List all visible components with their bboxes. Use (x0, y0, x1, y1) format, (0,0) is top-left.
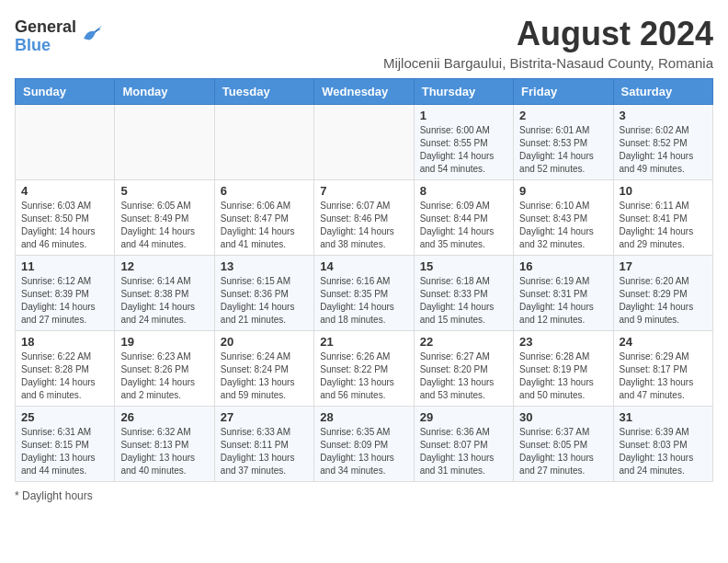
calendar-cell: 31Sunrise: 6:39 AM Sunset: 8:03 PM Dayli… (613, 407, 712, 482)
day-number: 28 (320, 410, 407, 424)
day-info: Sunrise: 6:03 AM Sunset: 8:50 PM Dayligh… (21, 200, 108, 251)
column-header-saturday: Saturday (613, 79, 712, 105)
logo-line1: General (15, 18, 76, 37)
day-info: Sunrise: 6:24 AM Sunset: 8:24 PM Dayligh… (221, 350, 308, 402)
column-header-wednesday: Wednesday (314, 79, 414, 105)
day-info: Sunrise: 6:02 AM Sunset: 8:52 PM Dayligh… (620, 124, 707, 176)
calendar-cell: 27Sunrise: 6:33 AM Sunset: 8:11 PM Dayli… (214, 407, 313, 482)
day-number: 7 (320, 184, 407, 198)
day-number: 17 (620, 259, 707, 273)
calendar-cell: 15Sunrise: 6:18 AM Sunset: 8:33 PM Dayli… (414, 256, 513, 331)
day-info: Sunrise: 6:28 AM Sunset: 8:19 PM Dayligh… (519, 350, 607, 402)
calendar-cell: 17Sunrise: 6:20 AM Sunset: 8:29 PM Dayli… (613, 256, 712, 331)
calendar-cell (314, 105, 414, 180)
calendar-cell: 26Sunrise: 6:32 AM Sunset: 8:13 PM Dayli… (115, 407, 214, 482)
day-number: 15 (420, 259, 507, 273)
day-info: Sunrise: 6:35 AM Sunset: 8:09 PM Dayligh… (320, 426, 407, 477)
day-info: Sunrise: 6:39 AM Sunset: 8:03 PM Dayligh… (620, 426, 707, 477)
calendar-cell: 20Sunrise: 6:24 AM Sunset: 8:24 PM Dayli… (214, 331, 313, 407)
day-info: Sunrise: 6:19 AM Sunset: 8:31 PM Dayligh… (519, 275, 607, 327)
calendar-cell: 5Sunrise: 6:05 AM Sunset: 8:49 PM Daylig… (115, 180, 214, 256)
day-info: Sunrise: 6:15 AM Sunset: 8:36 PM Dayligh… (221, 275, 308, 327)
day-number: 30 (519, 410, 607, 424)
calendar-header-row: SundayMondayTuesdayWednesdayThursdayFrid… (16, 79, 713, 105)
column-header-tuesday: Tuesday (214, 79, 313, 105)
calendar-cell: 23Sunrise: 6:28 AM Sunset: 8:19 PM Dayli… (514, 331, 613, 407)
calendar-table: SundayMondayTuesdayWednesdayThursdayFrid… (15, 78, 713, 482)
calendar-cell: 10Sunrise: 6:11 AM Sunset: 8:41 PM Dayli… (613, 180, 712, 256)
calendar-cell: 9Sunrise: 6:10 AM Sunset: 8:43 PM Daylig… (514, 180, 613, 256)
day-info: Sunrise: 6:01 AM Sunset: 8:53 PM Dayligh… (519, 124, 607, 176)
calendar-cell: 3Sunrise: 6:02 AM Sunset: 8:52 PM Daylig… (613, 105, 712, 180)
calendar-cell: 13Sunrise: 6:15 AM Sunset: 8:36 PM Dayli… (214, 256, 313, 331)
main-title: August 2024 (383, 15, 713, 53)
column-header-sunday: Sunday (16, 79, 115, 105)
day-number: 2 (519, 109, 607, 122)
day-info: Sunrise: 6:00 AM Sunset: 8:55 PM Dayligh… (420, 124, 507, 176)
day-info: Sunrise: 6:36 AM Sunset: 8:07 PM Dayligh… (420, 426, 507, 477)
calendar-cell: 2Sunrise: 6:01 AM Sunset: 8:53 PM Daylig… (514, 105, 613, 180)
day-info: Sunrise: 6:12 AM Sunset: 8:39 PM Dayligh… (21, 275, 108, 327)
calendar-cell: 18Sunrise: 6:22 AM Sunset: 8:28 PM Dayli… (16, 331, 115, 407)
day-info: Sunrise: 6:31 AM Sunset: 8:15 PM Dayligh… (21, 426, 108, 477)
calendar-cell: 24Sunrise: 6:29 AM Sunset: 8:17 PM Dayli… (613, 331, 712, 407)
calendar-cell: 12Sunrise: 6:14 AM Sunset: 8:38 PM Dayli… (115, 256, 214, 331)
day-info: Sunrise: 6:18 AM Sunset: 8:33 PM Dayligh… (420, 275, 507, 327)
day-number: 1 (420, 109, 507, 122)
day-info: Sunrise: 6:20 AM Sunset: 8:29 PM Dayligh… (620, 275, 707, 327)
calendar-week-5: 25Sunrise: 6:31 AM Sunset: 8:15 PM Dayli… (16, 407, 713, 482)
day-info: Sunrise: 6:07 AM Sunset: 8:46 PM Dayligh… (320, 200, 407, 251)
day-number: 31 (620, 410, 707, 424)
calendar-week-1: 1Sunrise: 6:00 AM Sunset: 8:55 PM Daylig… (16, 105, 713, 180)
day-number: 19 (120, 335, 208, 349)
day-number: 24 (620, 335, 707, 349)
day-info: Sunrise: 6:22 AM Sunset: 8:28 PM Dayligh… (21, 350, 108, 402)
footer-note: * Daylight hours (15, 489, 713, 502)
calendar-cell: 22Sunrise: 6:27 AM Sunset: 8:20 PM Dayli… (414, 331, 513, 407)
day-info: Sunrise: 6:33 AM Sunset: 8:11 PM Dayligh… (221, 426, 308, 477)
day-number: 12 (120, 259, 208, 273)
day-number: 22 (420, 335, 507, 349)
logo-line2: Blue (15, 37, 76, 55)
day-info: Sunrise: 6:27 AM Sunset: 8:20 PM Dayligh… (420, 350, 507, 402)
calendar-cell: 16Sunrise: 6:19 AM Sunset: 8:31 PM Dayli… (514, 256, 613, 331)
calendar-cell: 19Sunrise: 6:23 AM Sunset: 8:26 PM Dayli… (115, 331, 214, 407)
day-info: Sunrise: 6:11 AM Sunset: 8:41 PM Dayligh… (620, 200, 707, 251)
day-number: 27 (221, 410, 308, 424)
logo: General Blue (15, 18, 102, 55)
calendar-cell (214, 105, 313, 180)
calendar-cell: 1Sunrise: 6:00 AM Sunset: 8:55 PM Daylig… (414, 105, 513, 180)
day-info: Sunrise: 6:14 AM Sunset: 8:38 PM Dayligh… (120, 275, 208, 327)
day-number: 11 (21, 259, 108, 273)
day-info: Sunrise: 6:23 AM Sunset: 8:26 PM Dayligh… (120, 350, 208, 402)
day-info: Sunrise: 6:32 AM Sunset: 8:13 PM Dayligh… (120, 426, 208, 477)
day-info: Sunrise: 6:06 AM Sunset: 8:47 PM Dayligh… (221, 200, 308, 251)
column-header-friday: Friday (514, 79, 613, 105)
calendar-week-2: 4Sunrise: 6:03 AM Sunset: 8:50 PM Daylig… (16, 180, 713, 256)
day-number: 9 (519, 184, 607, 198)
day-info: Sunrise: 6:37 AM Sunset: 8:05 PM Dayligh… (519, 426, 607, 477)
footer-text: Daylight hours (22, 489, 93, 502)
day-info: Sunrise: 6:09 AM Sunset: 8:44 PM Dayligh… (420, 200, 507, 251)
calendar-week-4: 18Sunrise: 6:22 AM Sunset: 8:28 PM Dayli… (16, 331, 713, 407)
day-number: 25 (21, 410, 108, 424)
calendar-week-3: 11Sunrise: 6:12 AM Sunset: 8:39 PM Dayli… (16, 256, 713, 331)
day-number: 13 (221, 259, 308, 273)
day-number: 20 (221, 335, 308, 349)
day-info: Sunrise: 6:16 AM Sunset: 8:35 PM Dayligh… (320, 275, 407, 327)
calendar-cell: 4Sunrise: 6:03 AM Sunset: 8:50 PM Daylig… (16, 180, 115, 256)
day-info: Sunrise: 6:29 AM Sunset: 8:17 PM Dayligh… (620, 350, 707, 402)
day-number: 21 (320, 335, 407, 349)
day-number: 8 (420, 184, 507, 198)
day-number: 18 (21, 335, 108, 349)
day-number: 26 (120, 410, 208, 424)
logo-bird-icon (80, 24, 102, 46)
day-number: 5 (120, 184, 208, 198)
calendar-cell: 6Sunrise: 6:06 AM Sunset: 8:47 PM Daylig… (214, 180, 313, 256)
calendar-cell: 21Sunrise: 6:26 AM Sunset: 8:22 PM Dayli… (314, 331, 414, 407)
day-info: Sunrise: 6:10 AM Sunset: 8:43 PM Dayligh… (519, 200, 607, 251)
day-number: 3 (620, 109, 707, 122)
day-number: 4 (21, 184, 108, 198)
title-section: August 2024 Mijlocenii Bargaului, Bistri… (383, 15, 713, 71)
subtitle: Mijlocenii Bargaului, Bistrita-Nasaud Co… (383, 55, 713, 71)
